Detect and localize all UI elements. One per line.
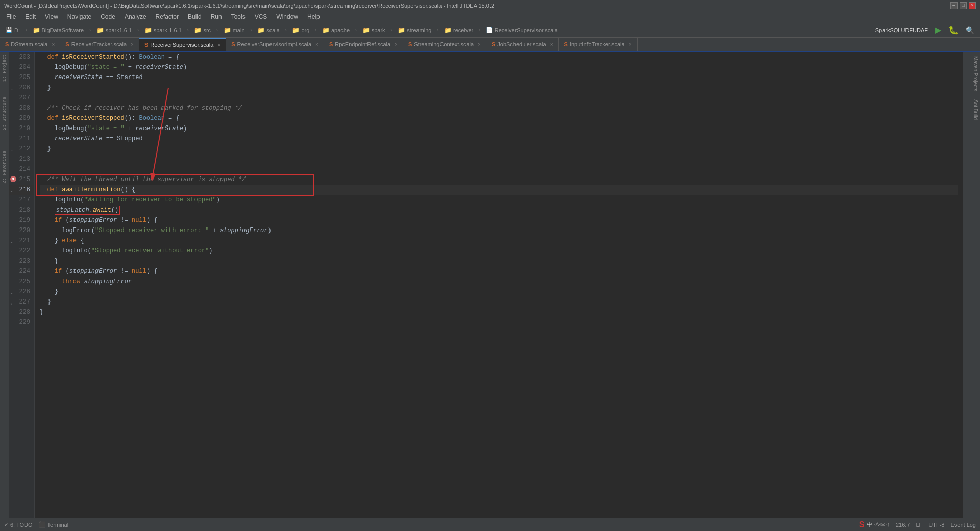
tab-dstream[interactable]: S DStream.scala × bbox=[0, 38, 60, 51]
menu-code[interactable]: Code bbox=[96, 12, 119, 21]
line-num-218: 218 bbox=[9, 205, 34, 215]
tab-receiversupervisorimpl[interactable]: S ReceiverSupervisorImpl.scala × bbox=[226, 38, 324, 51]
code-line-223: } bbox=[40, 256, 958, 266]
line-num-223: 223 bbox=[9, 256, 34, 266]
toolbar-main[interactable]: 📁 main bbox=[221, 26, 248, 35]
code-line-203: def isReceiverStarted(): Boolean = { bbox=[40, 52, 958, 62]
menu-edit[interactable]: Edit bbox=[21, 12, 40, 21]
path-sep-7: › bbox=[284, 27, 288, 33]
tab-icon-receiversupervisor: S bbox=[144, 42, 148, 48]
toolbar-apache[interactable]: 📁 apache bbox=[320, 26, 352, 35]
tab-close-inputinfotracker[interactable]: × bbox=[629, 42, 632, 47]
line-num-203: 203 bbox=[9, 52, 34, 62]
code-editor[interactable]: 203 204 205 ▹ 206 207 208 209 210 211 ▹ … bbox=[9, 52, 963, 518]
line-num-204: 204 bbox=[9, 62, 34, 72]
toolbar-class[interactable]: SparkSQLUDFUDAF bbox=[873, 26, 930, 34]
path-sep-6: › bbox=[250, 27, 253, 33]
menu-file[interactable]: File bbox=[2, 12, 20, 21]
tab-close-receiversupervisorimpl[interactable]: × bbox=[315, 42, 318, 47]
folder-icon-5: 📁 bbox=[224, 27, 231, 34]
menu-window[interactable]: Window bbox=[272, 12, 302, 21]
code-line-207 bbox=[40, 93, 958, 103]
code-line-226: } bbox=[40, 287, 958, 297]
breakpoint-icon-215[interactable]: ● bbox=[10, 176, 16, 182]
maven-projects-tab[interactable]: Maven Projects bbox=[970, 52, 980, 95]
path-sep-5: › bbox=[215, 27, 219, 33]
code-line-217: logInfo("Waiting for receiver to be stop… bbox=[40, 195, 958, 205]
tab-rpcendpointref[interactable]: S RpcEndpointRef.scala × bbox=[324, 38, 403, 51]
search-icon-toolbar[interactable]: 🔍 bbox=[963, 25, 977, 35]
code-line-206: } bbox=[40, 83, 958, 93]
tab-close-receiversupervisor[interactable]: × bbox=[217, 42, 220, 48]
folder-icon-9: 📁 bbox=[362, 27, 370, 34]
menu-tools[interactable]: Tools bbox=[227, 12, 250, 21]
menu-run[interactable]: Run bbox=[207, 12, 226, 21]
menu-navigate[interactable]: Navigate bbox=[63, 12, 95, 21]
line-num-212: ▹ 212 bbox=[9, 144, 34, 154]
line-num-221: ▸ 221 bbox=[9, 236, 34, 246]
tab-close-rpcendpointref[interactable]: × bbox=[395, 42, 398, 47]
event-log-status[interactable]: Event Log bbox=[950, 522, 976, 528]
menu-analyze[interactable]: Analyze bbox=[120, 12, 151, 21]
code-content[interactable]: def isReceiverStarted(): Boolean = { log… bbox=[35, 52, 963, 518]
lf-status[interactable]: LF bbox=[916, 522, 922, 528]
debug-button[interactable]: 🐛 bbox=[946, 24, 961, 36]
menu-view[interactable]: View bbox=[41, 12, 62, 21]
line-num-222: 222 bbox=[9, 246, 34, 256]
right-scrollbar[interactable] bbox=[963, 52, 970, 518]
position-status[interactable]: 216:7 bbox=[896, 522, 910, 528]
tab-receivertracker[interactable]: S ReceiverTracker.scala × bbox=[60, 38, 139, 51]
code-line-205: receiverState == Started bbox=[40, 72, 958, 83]
minimize-button[interactable]: ─ bbox=[950, 2, 958, 9]
tab-icon-receiversupervisorimpl: S bbox=[231, 41, 235, 47]
tab-close-jobscheduler[interactable]: × bbox=[550, 42, 553, 47]
ime-indicators: ·∆·✉·↑ bbox=[874, 521, 890, 528]
line-num-214: 214 bbox=[9, 164, 34, 174]
path-sep-12: › bbox=[478, 27, 481, 33]
tabs-bar: S DStream.scala × S ReceiverTracker.scal… bbox=[0, 38, 980, 52]
todo-status[interactable]: ✓ 6: TODO bbox=[4, 521, 33, 528]
sidebar-structure[interactable]: 2: Structure bbox=[2, 97, 7, 130]
tab-icon-dstream: S bbox=[5, 41, 9, 47]
tab-close-dstream[interactable]: × bbox=[52, 42, 55, 47]
maximize-button[interactable]: □ bbox=[960, 2, 967, 9]
status-right: S 中 ·∆·✉·↑ 216:7 LF UTF-8 Event Log bbox=[859, 520, 976, 529]
line-num-206: ▹ 206 bbox=[9, 83, 34, 93]
tab-jobscheduler[interactable]: S JobScheduler.scala × bbox=[486, 38, 559, 51]
tab-close-streamingcontext[interactable]: × bbox=[478, 42, 481, 47]
close-button[interactable]: × bbox=[969, 2, 976, 9]
run-button[interactable]: ▶ bbox=[933, 24, 944, 36]
menu-build[interactable]: Build bbox=[184, 12, 206, 21]
code-line-228: } bbox=[40, 307, 958, 317]
menu-vcs[interactable]: VCS bbox=[251, 12, 272, 21]
toolbar-org[interactable]: 📁 org bbox=[289, 26, 312, 35]
line-num-205: 205 bbox=[9, 72, 34, 83]
encoding-status[interactable]: UTF-8 bbox=[928, 522, 944, 528]
toolbar-bigdata[interactable]: 📁 BigDataSoftware bbox=[30, 26, 87, 35]
toolbar-spark161b[interactable]: 📁 spark-1.6.1 bbox=[142, 26, 184, 35]
toolbar-src[interactable]: 📁 src bbox=[191, 26, 213, 35]
menu-help[interactable]: Help bbox=[303, 12, 324, 21]
toolbar-file[interactable]: 📄 ReceiverSupervisor.scala bbox=[483, 26, 560, 34]
ime-icon: S bbox=[859, 520, 865, 529]
toolbar-spark161[interactable]: 📁 spark1.6.1 bbox=[94, 26, 134, 35]
line-num-215: ● 215 bbox=[9, 174, 34, 185]
terminal-status[interactable]: ⬛ Terminal bbox=[39, 521, 69, 528]
ime-chinese: 中 bbox=[867, 521, 872, 528]
sidebar-project[interactable]: 1: Project bbox=[2, 54, 7, 82]
code-line-221: } else { bbox=[40, 236, 958, 246]
tab-streamingcontext[interactable]: S StreamingContext.scala × bbox=[403, 38, 486, 51]
toolbar-receiver[interactable]: 📁 receiver bbox=[442, 26, 476, 35]
toolbar-spark[interactable]: 📁 spark bbox=[360, 26, 388, 35]
toolbar-drive[interactable]: 💾 D: bbox=[3, 26, 22, 34]
tab-close-receivertracker[interactable]: × bbox=[131, 42, 134, 47]
menu-refactor[interactable]: Refactor bbox=[152, 12, 183, 21]
tab-inputinfotracker[interactable]: S InputInfoTracker.scala × bbox=[559, 38, 638, 51]
code-line-214 bbox=[40, 164, 958, 174]
toolbar-streaming[interactable]: 📁 streaming bbox=[395, 26, 434, 35]
title-bar: WordCount - [D:\IdeaProjects\WordCount] … bbox=[0, 0, 980, 11]
tab-receiversupervisor[interactable]: S ReceiverSupervisor.scala × bbox=[139, 38, 226, 51]
sidebar-favorites[interactable]: 2: Favorites bbox=[2, 150, 7, 184]
toolbar-scala[interactable]: 📁 scala bbox=[255, 26, 282, 35]
ant-build-tab[interactable]: Ant Build bbox=[970, 95, 980, 124]
